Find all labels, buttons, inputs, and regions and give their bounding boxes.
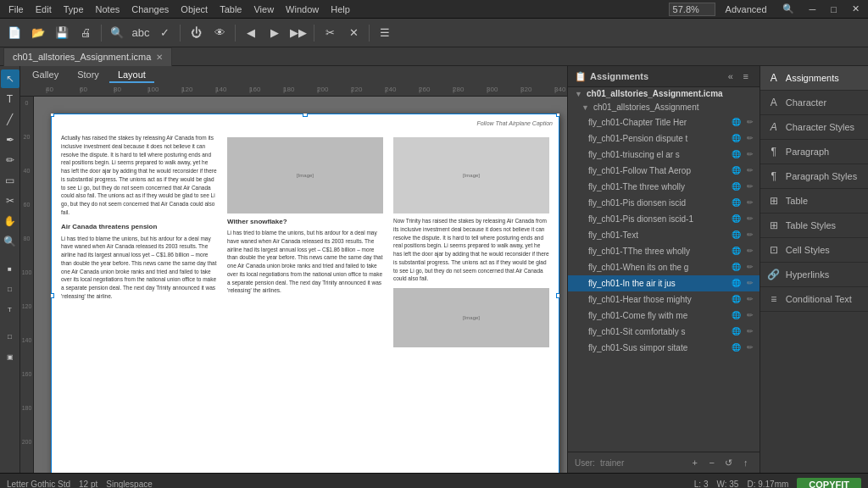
menu-file[interactable]: File <box>3 3 29 16</box>
select-tool[interactable]: ↖ <box>1 69 19 88</box>
prev-button[interactable]: ◀ <box>240 22 262 44</box>
tree-edit-2[interactable]: ✏ <box>744 148 756 160</box>
maximize-btn[interactable]: □ <box>826 3 842 16</box>
tree-edit-7[interactable]: ✏ <box>744 229 756 241</box>
tree-entry-9[interactable]: fly_ch01-When its on the g 🌐 ✏ <box>568 259 760 275</box>
close-toolbar-button[interactable]: ✕ <box>342 22 364 44</box>
tree-edit-12[interactable]: ✏ <box>744 309 756 321</box>
tree-file-item[interactable]: ▼ ch01_allstories_Assignment.icma <box>568 87 760 101</box>
tree-entry-8[interactable]: fly_ch01-TThe three wholly 🌐 ✏ <box>568 243 760 259</box>
format-btn[interactable]: T <box>1 300 19 319</box>
scissors-tool[interactable]: ✂ <box>1 191 19 210</box>
tree-globe-10[interactable]: 🌐 <box>731 277 743 289</box>
stroke-color[interactable]: □ <box>1 280 19 298</box>
update-btn[interactable]: ↺ <box>722 456 736 469</box>
hand-tool[interactable]: ✋ <box>1 212 19 230</box>
menu-view[interactable]: View <box>248 3 279 16</box>
next-button[interactable]: ▶▶ <box>287 22 309 44</box>
print-button[interactable]: 🖨 <box>75 22 97 44</box>
search-toolbar-button[interactable]: 🔍 <box>106 22 128 44</box>
galley-tab[interactable]: Galley <box>24 68 67 83</box>
find-button[interactable]: abc <box>130 22 152 44</box>
tree-globe-8[interactable]: 🌐 <box>731 245 743 257</box>
tree-entry-1[interactable]: fly_ch01-Pension dispute t 🌐 ✏ <box>568 130 760 147</box>
tree-globe-13[interactable]: 🌐 <box>731 325 743 337</box>
tree-edit-1[interactable]: ✏ <box>744 132 756 144</box>
layout-tab[interactable]: Layout <box>109 68 154 83</box>
tree-entry-6[interactable]: fly_ch01-Pis dionsen iscid-1 🌐 ✏ <box>568 211 760 227</box>
tree-entry-2[interactable]: fly_ch01-triuscing el ar s 🌐 ✏ <box>568 147 760 163</box>
remove-assignment-btn[interactable]: − <box>705 456 719 469</box>
tree-story-item[interactable]: ▼ ch01_allstories_Assignment <box>568 101 760 114</box>
tree-entry-11[interactable]: fly_ch01-Hear those mighty 🌐 ✏ <box>568 291 760 308</box>
menu-table[interactable]: Table <box>214 3 247 16</box>
tree-globe-1[interactable]: 🌐 <box>731 132 743 144</box>
menu-icon-button[interactable]: ☰ <box>374 22 396 44</box>
panel-collapse-btn[interactable]: « <box>724 69 737 83</box>
normal-view[interactable]: □ <box>1 327 19 346</box>
minimize-btn[interactable]: ─ <box>804 3 821 16</box>
line-tool[interactable]: ╱ <box>1 110 19 129</box>
zoom-input[interactable] <box>669 3 715 16</box>
pencil-tool[interactable]: ✏ <box>1 151 19 169</box>
document-tab[interactable]: ch01_allstories_Assignment.icma ✕ <box>3 47 172 66</box>
menu-help[interactable]: Help <box>326 3 355 16</box>
tree-edit-3[interactable]: ✏ <box>744 164 756 176</box>
rs-tab-paragraph[interactable]: ¶ Paragraph <box>760 140 868 164</box>
tree-edit-8[interactable]: ✏ <box>744 245 756 257</box>
open-button[interactable]: 📂 <box>27 22 49 44</box>
copyfit-button[interactable]: COPYFIT <box>797 478 861 489</box>
menu-window[interactable]: Window <box>281 3 324 16</box>
tree-edit-10[interactable]: ✏ <box>744 277 756 289</box>
tree-entry-14[interactable]: fly_ch01-Sus simpor sitate 🌐 ✏ <box>568 340 760 356</box>
text-tool[interactable]: T <box>1 90 19 108</box>
rs-tab-character[interactable]: A Character <box>760 91 868 115</box>
tree-entry-13[interactable]: fly_ch01-Sit comfortably s 🌐 ✏ <box>568 324 760 340</box>
rs-tab-conditional-text[interactable]: ≡ Conditional Text <box>760 287 868 312</box>
menu-edit[interactable]: Edit <box>31 3 57 16</box>
rs-tab-hyperlinks[interactable]: 🔗 Hyperlinks <box>760 263 868 287</box>
tree-edit-6[interactable]: ✏ <box>744 213 756 225</box>
tree-globe-11[interactable]: 🌐 <box>731 293 743 305</box>
panel-menu-btn[interactable]: ≡ <box>739 69 753 83</box>
tree-edit-0[interactable]: ✏ <box>744 116 756 128</box>
tree-edit-4[interactable]: ✏ <box>744 180 756 192</box>
cut-button[interactable]: ✂ <box>319 22 341 44</box>
menu-notes[interactable]: Notes <box>91 3 125 16</box>
story-tab[interactable]: Story <box>69 68 108 83</box>
document-canvas[interactable]: Follow That Airplane Caption Actually ha… <box>34 97 567 473</box>
tree-globe-3[interactable]: 🌐 <box>731 164 743 176</box>
tree-entry-4[interactable]: fly_ch01-The three wholly 🌐 ✏ <box>568 179 760 195</box>
zoom-tool[interactable]: 🔍 <box>1 232 19 251</box>
play-button[interactable]: ▶ <box>264 22 286 44</box>
rs-tab-paragraph-styles[interactable]: ¶ Paragraph Styles <box>760 164 868 189</box>
rect-tool[interactable]: ▭ <box>1 171 19 190</box>
menu-object[interactable]: Object <box>175 3 213 16</box>
tree-edit-5[interactable]: ✏ <box>744 197 756 208</box>
rs-tab-assignments[interactable]: A Assignments <box>760 66 868 91</box>
tree-entry-7[interactable]: fly_ch01-Text 🌐 ✏ <box>568 227 760 243</box>
tree-globe-14[interactable]: 🌐 <box>731 341 743 353</box>
menu-changes[interactable]: Changes <box>126 3 174 16</box>
tree-edit-9[interactable]: ✏ <box>744 261 756 273</box>
tree-edit-14[interactable]: ✏ <box>744 341 756 353</box>
add-assignment-btn[interactable]: + <box>688 456 702 469</box>
rs-tab-table-styles[interactable]: ⊞ Table Styles <box>760 214 868 238</box>
view-button[interactable]: 👁 <box>209 22 231 44</box>
menu-type[interactable]: Type <box>58 3 89 16</box>
tree-globe-6[interactable]: 🌐 <box>731 213 743 225</box>
tab-close-icon[interactable]: ✕ <box>156 53 163 62</box>
upload-btn[interactable]: ↑ <box>739 456 753 469</box>
tree-globe-2[interactable]: 🌐 <box>731 148 743 160</box>
tree-globe-12[interactable]: 🌐 <box>731 309 743 321</box>
fill-color[interactable]: ■ <box>1 259 19 278</box>
tree-entry-5[interactable]: fly_ch01-Pis dionsen iscid 🌐 ✏ <box>568 195 760 211</box>
tree-globe-9[interactable]: 🌐 <box>731 261 743 273</box>
tree-entry-12[interactable]: fly_ch01-Come fly with me 🌐 ✏ <box>568 308 760 324</box>
tree-globe-4[interactable]: 🌐 <box>731 180 743 192</box>
check-button[interactable]: ✓ <box>153 22 175 44</box>
tree-edit-11[interactable]: ✏ <box>744 293 756 305</box>
tree-entry-10[interactable]: fly_ch01-In the air it jus 🌐 ✏ <box>568 275 760 291</box>
rs-tab-table[interactable]: ⊞ Table <box>760 189 868 214</box>
pen-tool[interactable]: ✒ <box>1 130 19 149</box>
